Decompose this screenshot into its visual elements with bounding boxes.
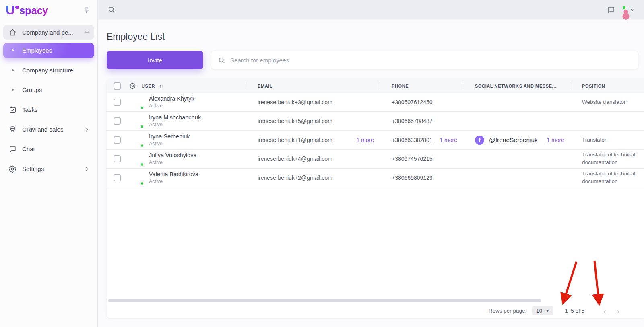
employee-avatar: [130, 152, 143, 166]
home-icon: [8, 29, 17, 36]
sidebar-item-crm-and-sales[interactable]: CRM and sales: [3, 122, 94, 137]
employee-status: Active: [149, 103, 194, 109]
sidebar-item-tasks[interactable]: Tasks: [3, 102, 94, 117]
column-header-email[interactable]: EMAIL: [258, 84, 272, 88]
employee-name[interactable]: Juliya Voloshylova: [149, 152, 197, 159]
logo-dot: [15, 6, 19, 9]
social-cell: [463, 150, 570, 168]
row-checkbox[interactable]: [114, 174, 121, 181]
column-header-phone[interactable]: PHONE: [392, 84, 409, 88]
column-header-user[interactable]: USER: [142, 84, 155, 88]
phone-cell[interactable]: +380974576215: [380, 150, 463, 168]
employee-name[interactable]: Iryna Serbeniuk: [149, 133, 190, 140]
phone-cell[interactable]: +380663382801: [392, 137, 433, 143]
email-cell[interactable]: ireneserbeniuk+5@gmail.com: [246, 112, 380, 130]
chevron-down-icon: [85, 30, 89, 35]
pin-sidebar-icon[interactable]: [83, 7, 90, 14]
sidebar-item-label: Tasks: [22, 106, 89, 113]
column-header-social[interactable]: SOCIAL NETWORKS AND MESSE...: [475, 84, 557, 88]
table-row[interactable]: Iryna MishchanchukActive ireneserbeniuk+…: [107, 112, 644, 131]
sort-arrows-icon[interactable]: ↑↑: [159, 83, 164, 89]
online-status-dot: [140, 162, 144, 167]
select-all-checkbox[interactable]: [114, 82, 121, 90]
employee-status: Active: [149, 140, 190, 147]
calendar-check-icon: [8, 106, 17, 113]
chevron-right-icon: [85, 167, 89, 171]
global-search-icon[interactable]: [107, 6, 116, 14]
previous-page-icon[interactable]: ‹: [598, 306, 611, 315]
employee-avatar: [130, 134, 143, 147]
facebook-icon[interactable]: f: [475, 136, 484, 145]
employee-avatar: [130, 115, 143, 128]
sidebar-item-employees[interactable]: Employees: [3, 43, 94, 58]
employee-name[interactable]: Valeriia Bashkirova: [149, 171, 198, 178]
row-checkbox[interactable]: [114, 99, 121, 106]
social-cell: [463, 112, 570, 130]
sidebar: U spacy Company and pe... Employees: [0, 0, 98, 327]
table-row[interactable]: Valeriia BashkirovaActive ireneserbeniuk…: [107, 169, 644, 187]
invite-button[interactable]: Invite: [107, 51, 203, 69]
account-menu-chevron-icon[interactable]: [630, 7, 635, 12]
online-status-dot: [140, 106, 144, 110]
rows-per-page-label: Rows per page:: [489, 308, 527, 314]
sidebar-item-label: Company and pe...: [22, 29, 85, 36]
table-row[interactable]: Juliya VoloshylovaActive ireneserbeniuk+…: [107, 150, 644, 169]
email-cell[interactable]: ireneserbeniuk+3@gmail.com: [246, 93, 380, 111]
position-cell: Translator of technicaldocumentation: [582, 151, 635, 167]
online-status-dot: [622, 6, 626, 10]
email-cell[interactable]: ireneserbeniuk+1@gmail.com: [258, 137, 332, 143]
pagination-bar: Rows per page: 10 ▼ 1–5 of 5 ‹ ›: [107, 303, 644, 318]
sidebar-item-chat[interactable]: Chat: [3, 142, 94, 156]
employee-status: Active: [149, 121, 201, 128]
next-page-icon[interactable]: ›: [611, 306, 625, 315]
column-header-position[interactable]: POSITION: [582, 84, 605, 88]
app-window: U spacy Company and pe... Employees: [0, 0, 644, 327]
horizontal-scrollbar: [108, 299, 644, 303]
uspacy-logo[interactable]: U spacy: [6, 4, 48, 17]
sidebar-nav: Company and pe... Employees Company stru…: [0, 21, 97, 183]
rows-per-page-select[interactable]: 10 ▼: [532, 306, 553, 315]
logo-wordmark: spacy: [19, 4, 48, 17]
sidebar-item-settings[interactable]: Settings: [3, 161, 94, 176]
pagination-range: 1–5 of 5: [565, 308, 584, 314]
funnel-stack-icon: [8, 125, 17, 134]
horizontal-scrollbar-thumb[interactable]: [108, 299, 541, 302]
phone-more-link[interactable]: 1 more: [440, 137, 463, 143]
position-cell: Translator of technicaldocumentation: [582, 170, 635, 185]
email-cell[interactable]: ireneserbeniuk+2@gmail.com: [246, 169, 380, 187]
phone-cell[interactable]: +380507612450: [380, 93, 463, 111]
employee-search-input[interactable]: [230, 57, 632, 64]
email-cell[interactable]: ireneserbeniuk+4@gmail.com: [246, 150, 380, 168]
sidebar-item-label: Settings: [22, 165, 85, 172]
sidebar-item-label: Groups: [22, 86, 89, 93]
messages-icon[interactable]: [607, 6, 615, 14]
email-more-link[interactable]: 1 more: [356, 137, 380, 143]
social-more-link[interactable]: 1 more: [547, 137, 570, 143]
chat-bubble-icon: [8, 145, 17, 153]
table-row[interactable]: Alexandra KhytykActive ireneserbeniuk+3@…: [107, 93, 644, 112]
sidebar-item-groups[interactable]: Groups: [3, 82, 94, 97]
column-settings-gear-icon[interactable]: [129, 82, 136, 89]
sidebar-item-company-and-people[interactable]: Company and pe...: [3, 25, 94, 40]
phone-cell[interactable]: +380669809123: [380, 169, 463, 187]
employee-status: Active: [149, 178, 198, 185]
employee-name[interactable]: Iryna Mishchanchuk: [149, 114, 201, 121]
bullet-icon: [12, 49, 14, 51]
row-checkbox[interactable]: [114, 155, 121, 162]
position-cell: Translator: [582, 136, 606, 144]
employee-name[interactable]: Alexandra Khytyk: [149, 95, 194, 103]
employee-table-card: USER ↑↑ EMAIL PHONE SOCIAL NETWORKS AND …: [107, 79, 644, 318]
online-status-dot: [140, 125, 144, 129]
phone-cell[interactable]: +380665708487: [380, 112, 463, 130]
employee-search-box[interactable]: [211, 51, 638, 69]
row-checkbox[interactable]: [114, 136, 121, 144]
online-status-dot: [140, 181, 144, 185]
chevron-right-icon: [85, 127, 89, 132]
table-row[interactable]: Iryna SerbeniukActive ireneserbeniuk+1@g…: [107, 131, 644, 150]
search-icon: [218, 56, 225, 64]
sidebar-item-company-structure[interactable]: Company structure: [3, 63, 94, 78]
rows-per-page-value: 10: [536, 308, 542, 314]
social-handle[interactable]: @IreneSerbeniuk: [489, 136, 538, 144]
sidebar-item-label: CRM and sales: [22, 126, 85, 133]
row-checkbox[interactable]: [114, 117, 121, 125]
